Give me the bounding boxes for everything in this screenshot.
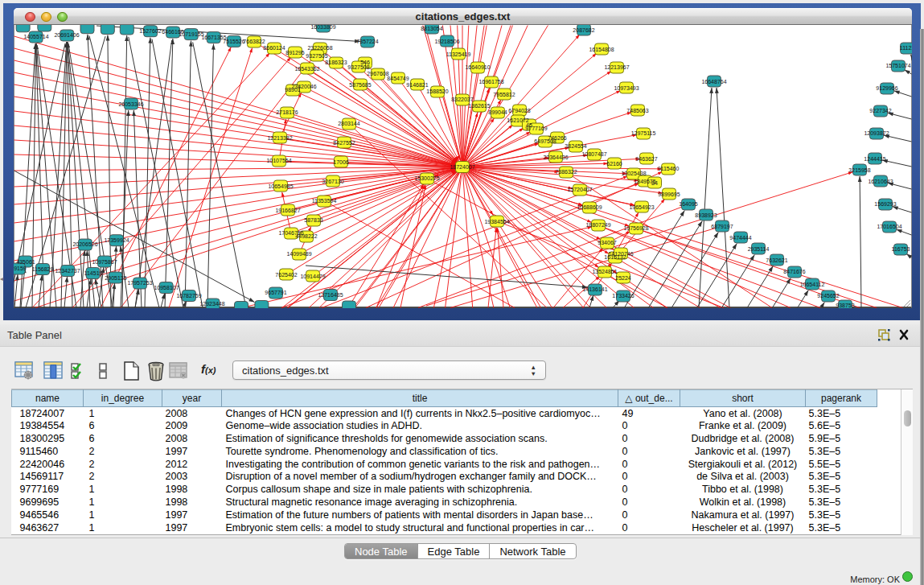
svg-text:10654112: 10654112	[800, 282, 825, 287]
svg-text:9777169: 9777169	[525, 126, 547, 131]
svg-text:16782759: 16782759	[176, 293, 201, 299]
svg-text:19384554: 19384554	[484, 219, 509, 225]
svg-text:4498222: 4498222	[295, 233, 317, 239]
svg-text:84: 84	[651, 180, 658, 186]
svg-text:10975867: 10975867	[92, 259, 117, 265]
svg-text:20364436: 20364436	[543, 154, 568, 160]
svg-text:7955812: 7955812	[493, 92, 515, 97]
svg-text:9474444: 9474444	[729, 235, 751, 241]
svg-text:19218506: 19218506	[434, 39, 459, 44]
svg-text:1156829: 1156829	[32, 266, 54, 272]
svg-text:12342737: 12342737	[55, 268, 80, 274]
svg-text:9463627: 9463627	[635, 156, 657, 162]
svg-text:10958107: 10958107	[154, 285, 179, 290]
svg-text:17957253: 17957253	[127, 280, 152, 286]
svg-text:9899695: 9899695	[658, 192, 680, 197]
svg-text:1527602: 1527602	[139, 28, 161, 34]
svg-text:10654985: 10654985	[268, 183, 293, 189]
svg-text:3215958: 3215958	[848, 167, 870, 173]
svg-text:1362615: 1362615	[468, 103, 490, 109]
svg-text:17006: 17006	[333, 159, 349, 165]
svg-text:7663822: 7663822	[243, 39, 265, 44]
svg-text:18807249: 18807249	[585, 222, 610, 228]
svg-text:16640910: 16640910	[465, 64, 490, 70]
svg-text:1569293: 1569293	[874, 201, 896, 207]
svg-text:8938923: 8938923	[695, 212, 717, 218]
svg-text:12975115: 12975115	[631, 130, 656, 136]
svg-text:10025438: 10025438	[621, 171, 646, 176]
svg-text:2905135: 2905135	[105, 275, 126, 281]
svg-text:9115460: 9115460	[658, 166, 680, 171]
svg-text:25224: 25224	[615, 275, 631, 281]
svg-text:98901: 98901	[285, 87, 301, 93]
svg-text:116753: 116753	[892, 246, 910, 252]
svg-text:938753: 938753	[836, 303, 854, 308]
svg-text:7485063: 7485063	[626, 108, 648, 113]
svg-text:9327508: 9327508	[347, 64, 369, 70]
svg-text:9129966: 9129966	[876, 85, 897, 91]
svg-text:13716485: 13716485	[318, 292, 343, 298]
svg-text:1588520: 1588520	[426, 89, 448, 94]
svg-text:6497508: 6497508	[534, 138, 556, 144]
svg-text:8427552: 8427552	[333, 140, 355, 146]
svg-text:9327505: 9327505	[306, 53, 327, 59]
svg-text:3824554: 3824554	[565, 143, 586, 149]
svg-text:587833: 587833	[304, 217, 322, 223]
svg-text:10973493: 10973493	[614, 85, 639, 91]
svg-text:11121: 11121	[900, 45, 912, 51]
svg-text:14055714: 14055714	[23, 34, 48, 39]
svg-text:8471676: 8471676	[783, 269, 805, 274]
svg-text:17359924: 17359924	[104, 237, 129, 243]
svg-text:19654923: 19654923	[629, 204, 654, 210]
svg-text:1244415: 1244415	[864, 156, 885, 162]
svg-text:8813054: 8813054	[421, 26, 442, 31]
svg-text:11353594: 11353594	[312, 198, 337, 204]
svg-text:19756928: 19756928	[623, 225, 648, 231]
svg-text:12923448: 12923448	[199, 301, 224, 307]
svg-text:435061: 435061	[16, 259, 35, 265]
svg-text:62160: 62160	[606, 161, 622, 167]
svg-text:2803144: 2803144	[338, 121, 359, 126]
svg-text:12213382: 12213382	[267, 135, 292, 141]
svg-text:6794028: 6794028	[508, 108, 530, 113]
svg-text:9227342: 9227342	[869, 108, 891, 113]
svg-text:8660124: 8660124	[263, 45, 285, 51]
svg-text:8186323: 8186323	[325, 60, 347, 65]
svg-text:9245652: 9245652	[817, 293, 839, 299]
svg-text:1733426: 1733426	[612, 293, 634, 299]
svg-text:16648764: 16648764	[701, 79, 726, 84]
svg-text:3267130: 3267130	[322, 179, 343, 184]
svg-text:20206526: 20206526	[72, 241, 97, 247]
svg-text:14099489: 14099489	[286, 251, 311, 257]
svg-text:26053346: 26053346	[118, 101, 143, 107]
svg-text:23226058: 23226058	[307, 45, 332, 51]
svg-text:10807487: 10807487	[581, 151, 606, 157]
svg-text:17016504: 17016504	[877, 224, 901, 229]
svg-text:164095: 164095	[679, 201, 697, 207]
svg-text:934067: 934067	[598, 240, 616, 245]
svg-text:2718176: 2718176	[276, 109, 298, 115]
svg-text:10719155: 10719155	[179, 31, 203, 37]
svg-text:16210643: 16210643	[868, 179, 893, 184]
svg-text:12213967: 12213967	[604, 64, 629, 70]
svg-text:15720407: 15720407	[567, 187, 592, 192]
svg-text:16154808: 16154808	[589, 47, 614, 52]
svg-text:16033809: 16033809	[310, 25, 335, 30]
svg-text:7386322: 7386322	[555, 169, 577, 175]
svg-text:11325419: 11325419	[446, 51, 471, 57]
svg-text:39159: 39159	[14, 266, 27, 271]
svg-text:8454749: 8454749	[387, 76, 409, 81]
svg-text:9146821: 9146821	[406, 82, 428, 88]
svg-text:13524851: 13524851	[592, 269, 617, 274]
svg-text:5875685: 5875685	[349, 82, 371, 88]
svg-text:891295: 891295	[285, 50, 304, 56]
svg-text:16543362: 16543362	[294, 66, 319, 72]
svg-text:12093872: 12093872	[864, 130, 889, 136]
svg-text:2967608: 2967608	[367, 71, 388, 76]
svg-text:9657791: 9657791	[265, 290, 286, 295]
svg-text:19166827: 19166827	[275, 208, 300, 213]
svg-text:15751074: 15751074	[885, 63, 910, 68]
svg-text:7625402: 7625402	[275, 272, 297, 278]
svg-text:8322037: 8322037	[451, 97, 473, 102]
svg-text:6879197: 6879197	[711, 224, 733, 229]
